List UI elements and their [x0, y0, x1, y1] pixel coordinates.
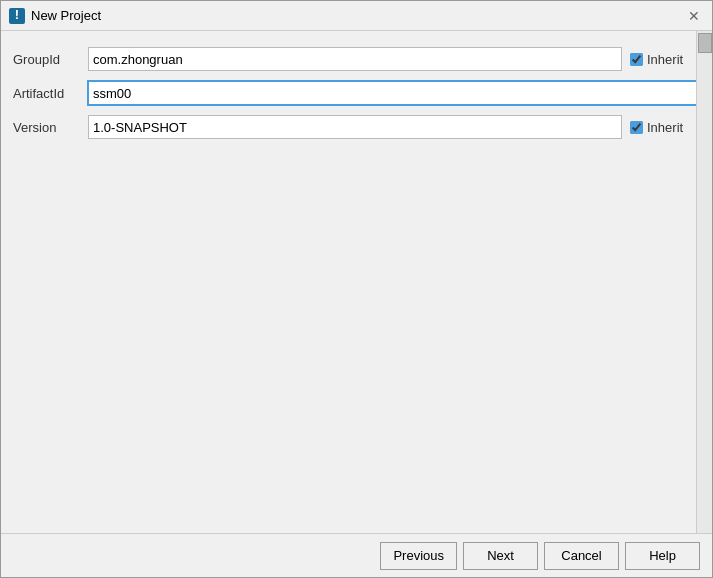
scrollbar-thumb[interactable] [698, 33, 712, 53]
artifactid-row: ArtifactId [13, 81, 700, 105]
groupid-row: GroupId Inherit [13, 47, 700, 71]
dialog-title: New Project [31, 8, 101, 23]
version-input[interactable] [88, 115, 622, 139]
version-inherit-checkbox[interactable] [630, 121, 643, 134]
new-project-dialog: ! New Project ✕ GroupId Inherit Artifact… [0, 0, 713, 578]
groupid-label: GroupId [13, 52, 88, 67]
groupid-inherit-area: Inherit [630, 52, 700, 67]
dialog-content: GroupId Inherit ArtifactId Version Inher… [1, 31, 712, 533]
version-inherit-label: Inherit [647, 120, 683, 135]
cancel-button[interactable]: Cancel [544, 542, 619, 570]
dialog-icon: ! [9, 8, 25, 24]
previous-button[interactable]: Previous [380, 542, 457, 570]
version-row: Version Inherit [13, 115, 700, 139]
groupid-inherit-label: Inherit [647, 52, 683, 67]
version-label: Version [13, 120, 88, 135]
main-area [13, 149, 700, 517]
artifactid-input[interactable] [88, 81, 700, 105]
svg-text:!: ! [15, 9, 19, 22]
right-scrollbar[interactable] [696, 31, 712, 533]
groupid-input[interactable] [88, 47, 622, 71]
close-button[interactable]: ✕ [684, 6, 704, 26]
title-bar-left: ! New Project [9, 8, 101, 24]
version-inherit-area: Inherit [630, 120, 700, 135]
artifactid-label: ArtifactId [13, 86, 88, 101]
next-button[interactable]: Next [463, 542, 538, 570]
title-bar: ! New Project ✕ [1, 1, 712, 31]
groupid-inherit-checkbox[interactable] [630, 53, 643, 66]
dialog-footer: Previous Next Cancel Help [1, 533, 712, 577]
help-button[interactable]: Help [625, 542, 700, 570]
